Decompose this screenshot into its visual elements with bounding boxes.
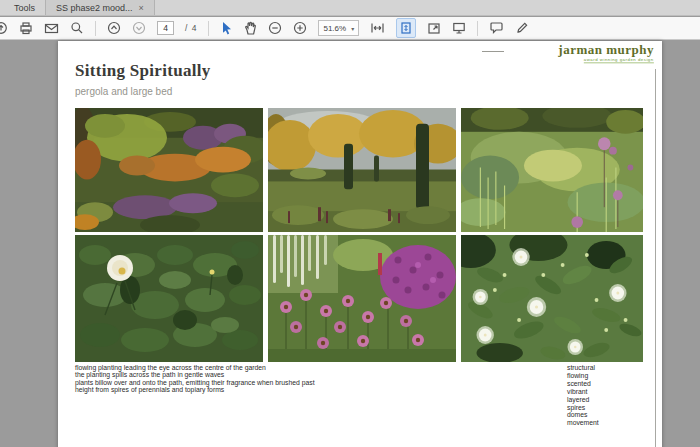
keyword: layered: [567, 396, 599, 404]
description-line: flowing planting leading the eye across …: [75, 364, 315, 371]
logo-tagline: award winning garden design: [584, 57, 654, 63]
keyword: movement: [567, 419, 599, 427]
search-icon[interactable]: [70, 18, 84, 38]
page-title: Sitting Spiritually: [75, 61, 211, 81]
keyword: structural: [567, 364, 599, 372]
email-button[interactable]: [44, 18, 59, 38]
photo-myrtle-blossom: [461, 235, 643, 362]
pdf-page: jarman murphy award winning garden desig…: [58, 41, 662, 447]
tab-document-label: SS phase2 mood...: [56, 3, 133, 13]
toolbar-separator: [208, 21, 209, 36]
print-button[interactable]: [19, 18, 33, 38]
keyword: vibrant: [567, 388, 599, 396]
keyword: spires: [567, 404, 599, 412]
company-logo: jarman murphy award winning garden desig…: [541, 43, 654, 67]
page-total-label: / 4: [185, 23, 197, 33]
comment-button[interactable]: [489, 18, 504, 38]
photo-echinacea-monarda-border: [268, 235, 456, 362]
photo-prairie-grasses: [75, 108, 263, 232]
toolbar-separator: [95, 21, 96, 36]
photo-autumn-trees-yews: [268, 108, 456, 232]
zoom-out-button[interactable]: [268, 18, 282, 38]
keyword: flowing: [567, 372, 599, 380]
share-icon[interactable]: [0, 20, 8, 36]
previous-page-button[interactable]: [107, 18, 121, 38]
photo-meadow-grasses-alliums: [461, 108, 643, 232]
tab-tools-label: Tools: [14, 3, 35, 13]
chevron-down-icon: ▾: [351, 25, 354, 32]
keyword-list: structural flowing scented vibrant layer…: [567, 364, 599, 427]
next-page-button[interactable]: [132, 18, 146, 38]
fullscreen-button[interactable]: [427, 18, 441, 38]
logo-dash-rule: [482, 51, 504, 52]
logo-name: jarman murphy: [541, 43, 654, 57]
page-subtitle: pergola and large bed: [75, 86, 172, 97]
keyword: scented: [567, 380, 599, 388]
pdf-toolbar: 4 / 4 51.6% ▾: [0, 17, 700, 40]
planting-description: flowing planting leading the eye across …: [75, 364, 315, 394]
photo-white-rose-shrub: [75, 235, 263, 362]
zoom-in-button[interactable]: [293, 18, 307, 38]
description-line: plants billow over and onto the path, em…: [75, 379, 315, 386]
keyword: domes: [567, 411, 599, 419]
hand-tool-button[interactable]: [244, 18, 257, 38]
description-line: the planting spills across the path in g…: [75, 371, 315, 378]
page-right-rule: [655, 69, 656, 447]
pdf-canvas: jarman murphy award winning garden desig…: [0, 40, 700, 447]
zoom-level-dropdown[interactable]: 51.6% ▾: [318, 20, 359, 36]
description-line: height from spires of perennials and top…: [75, 386, 315, 393]
read-mode-button[interactable]: [452, 18, 466, 38]
tab-close-icon[interactable]: ×: [139, 3, 144, 13]
zoom-level-value: 51.6%: [323, 24, 346, 33]
pencil-button[interactable]: [515, 18, 529, 38]
fit-width-button[interactable]: [370, 18, 385, 38]
tab-document[interactable]: SS phase2 mood... ×: [45, 0, 155, 15]
select-tool-button[interactable]: [220, 18, 233, 38]
window-tab-bar: Tools SS phase2 mood... ×: [0, 0, 700, 16]
fit-page-button[interactable]: [396, 18, 416, 38]
toolbar-separator: [477, 21, 478, 36]
tab-tools[interactable]: Tools: [4, 0, 45, 15]
page-number-input[interactable]: 4: [157, 21, 174, 35]
